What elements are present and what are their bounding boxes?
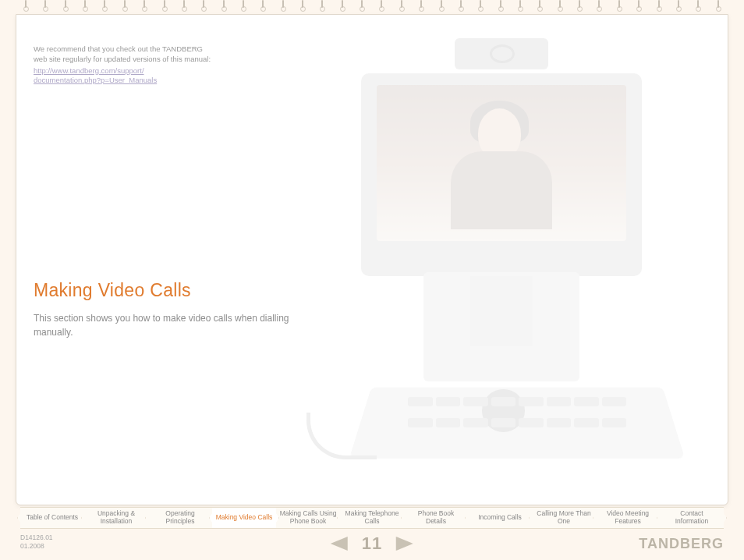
nav-tab-label: Contact Information (663, 510, 721, 526)
section-description: This section shows you how to make video… (34, 311, 314, 339)
nav-tab[interactable]: Calling More Than One (532, 507, 596, 529)
nav-tab-label: Making Telephone Calls (343, 510, 401, 526)
nav-tab-label: Video Meeting Features (599, 510, 657, 526)
nav-tab-label: Unpacking & Installation (87, 510, 145, 526)
nav-tab-label: Making Video Calls (216, 514, 273, 522)
nav-tab[interactable]: Making Video Calls (212, 507, 276, 529)
nav-tab[interactable]: Video Meeting Features (596, 507, 660, 529)
page-content-area: We recommend that you check out the TAND… (16, 14, 728, 505)
nav-tab[interactable]: Phone Book Details (404, 507, 468, 529)
docnum-line2: 01.2008 (20, 542, 44, 550)
brand-logo: TANDBERG (639, 536, 724, 552)
nav-tab[interactable]: Operating Principles (148, 507, 212, 529)
section-nav: Table of ContentsUnpacking & Installatio… (20, 507, 724, 529)
recommend-text: We recommend that you check out the TAND… (34, 44, 211, 63)
recommend-link-line1: http://www.tandberg.com/support/ (34, 66, 144, 75)
spiral-binding (16, 0, 728, 16)
prev-page-arrow-icon[interactable] (331, 537, 348, 551)
nav-tab-label: Phone Book Details (407, 510, 465, 526)
next-page-arrow-icon[interactable] (396, 537, 413, 551)
nav-tab[interactable]: Table of Contents (20, 507, 84, 529)
nav-tab[interactable]: Unpacking & Installation (84, 507, 148, 529)
page-number: 11 (362, 533, 382, 554)
recommend-link-line2: documentation.php?p=User_Manuals (34, 76, 157, 84)
nav-tab[interactable]: Making Calls Using Phone Book (276, 507, 340, 529)
nav-tab-label: Table of Contents (27, 514, 78, 522)
page-controls: 11 (331, 533, 413, 554)
section-title: Making Video Calls (34, 280, 191, 301)
recommend-link[interactable]: http://www.tandberg.com/support/ documen… (34, 66, 213, 87)
nav-tab-label: Calling More Than One (535, 510, 593, 526)
nav-tab[interactable]: Making Telephone Calls (340, 507, 404, 529)
nav-tab-label: Incoming Calls (478, 514, 522, 522)
document-number: D14126.01 01.2008 (20, 533, 53, 551)
nav-tab-label: Making Calls Using Phone Book (279, 510, 337, 526)
docnum-line1: D14126.01 (20, 533, 53, 541)
nav-tab[interactable]: Contact Information (660, 507, 724, 529)
device-illustration (314, 38, 704, 475)
recommend-block: We recommend that you check out the TAND… (34, 44, 213, 86)
nav-tab[interactable]: Incoming Calls (468, 507, 532, 529)
nav-tab-label: Operating Principles (151, 510, 209, 526)
